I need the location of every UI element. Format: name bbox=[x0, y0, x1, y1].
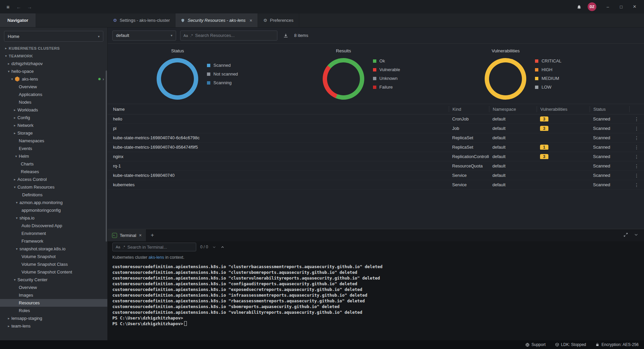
sidebar-item-images[interactable]: Images bbox=[0, 291, 107, 299]
navigator-panel-tab[interactable]: Navigator bbox=[0, 13, 36, 27]
sidebar-item-volume-snapshot[interactable]: Volume Snapshot bbox=[0, 253, 107, 260]
table-row-kube-state-metrics-1698040740-856474f9f5[interactable]: kube-state-metrics-1698040740-856474f9f5… bbox=[108, 143, 644, 152]
regex-icon[interactable]: .* bbox=[190, 34, 193, 38]
sidebar-item-applications[interactable]: Applications bbox=[0, 91, 107, 98]
row-menu-icon[interactable]: ⋮ bbox=[633, 154, 641, 159]
sidebar-item-volume-snapshot-class[interactable]: Volume Snapshot Class bbox=[0, 260, 107, 268]
nav-forward-button[interactable]: → bbox=[24, 1, 35, 12]
sidebar-item-releases[interactable]: Releases bbox=[0, 168, 107, 176]
row-menu-icon[interactable]: ⋮ bbox=[633, 135, 641, 141]
sidebar-item-hello-space[interactable]: ▾hello-space bbox=[0, 67, 107, 75]
sidebar-item-lensapp-staging[interactable]: ▸lensapp-staging bbox=[0, 314, 107, 322]
terminal-collapse-icon[interactable] bbox=[634, 232, 639, 238]
match-case-icon[interactable]: Aa bbox=[183, 34, 188, 38]
sidebar-item-overview[interactable]: Overview bbox=[0, 83, 107, 91]
statusbar-item-encryption-aes-256[interactable]: Encryption: AES-256 bbox=[595, 342, 639, 347]
row-menu-icon[interactable]: ⋮ bbox=[633, 182, 641, 188]
sidebar-scrollbar[interactable] bbox=[106, 70, 107, 242]
statusbar-item-support[interactable]: Support bbox=[525, 342, 546, 347]
legend-swatch bbox=[207, 64, 210, 67]
sidebar-item-volume-snapshot-content[interactable]: Volume Snapshot Content bbox=[0, 268, 107, 276]
sidebar-item-label: aks-lens bbox=[22, 77, 38, 82]
sidebar-item-definitions[interactable]: Definitions bbox=[0, 191, 107, 199]
sidebar-item-appmonitoringconfig[interactable]: appmonitoringconfig bbox=[0, 206, 107, 214]
resources-search-input[interactable] bbox=[195, 33, 274, 38]
window-close-button[interactable]: × bbox=[628, 1, 641, 12]
sidebar-item-auto-discovered-app[interactable]: Auto Discovered App bbox=[0, 222, 107, 230]
match-case-icon[interactable]: Aa bbox=[116, 245, 120, 249]
tab-security-resources-aks-lens[interactable]: Security Resources - aks-lens× bbox=[175, 13, 258, 27]
table-row-hello[interactable]: helloCronJobdefault3Scanned⋮ bbox=[108, 114, 644, 124]
tab-preferences[interactable]: ⚙Preferences bbox=[258, 13, 299, 27]
sidebar-item-roles[interactable]: Roles bbox=[0, 307, 107, 314]
sidebar-item-security-center[interactable]: ▾Security Center bbox=[0, 276, 107, 284]
terminal-output[interactable]: customresourcedefinition.apiextensions.k… bbox=[108, 261, 644, 340]
terminal-maximize-icon[interactable] bbox=[623, 232, 628, 238]
table-row-pi[interactable]: piJobdefault3Scanned⋮ bbox=[108, 124, 644, 133]
table-row-kube-state-metrics-1698040740[interactable]: kube-state-metrics-1698040740Servicedefa… bbox=[108, 171, 644, 180]
window-minimize-button[interactable]: – bbox=[601, 1, 614, 12]
row-menu-icon[interactable]: ⋮ bbox=[633, 145, 641, 150]
chart-status: StatusScannedNot scannedScanning bbox=[157, 48, 238, 100]
sidebar-item-charts[interactable]: Charts bbox=[0, 160, 107, 168]
table-row-rq-1[interactable]: rq-1ResourceQuotadefaultScanned⋮ bbox=[108, 161, 644, 171]
namespace-select[interactable]: default ▾ bbox=[112, 31, 176, 41]
terminal-tab[interactable]: >_ Terminal × bbox=[108, 229, 146, 241]
sidebar-item-team-lens[interactable]: ▸team-lens bbox=[0, 322, 107, 330]
terminal-tab-close-icon[interactable]: × bbox=[139, 233, 142, 238]
chevron-right-icon[interactable]: › bbox=[103, 77, 104, 82]
sidebar-item-helm[interactable]: ▾Helm bbox=[0, 152, 107, 160]
row-menu-icon[interactable]: ⋮ bbox=[633, 173, 641, 178]
column-header-namespace[interactable]: Namespace bbox=[489, 106, 537, 112]
app-menu-button[interactable]: ≡ bbox=[3, 1, 13, 12]
sidebar-item-events[interactable]: Events bbox=[0, 145, 107, 152]
statusbar-item-ldk-stopped[interactable]: LDK: Stopped bbox=[555, 342, 586, 347]
sidebar-item-workloads[interactable]: ▸Workloads bbox=[0, 106, 107, 114]
column-header-vulnerabilities[interactable]: Vulnerabilities bbox=[537, 106, 590, 112]
sidebar-item-network[interactable]: ▸Network bbox=[0, 121, 107, 129]
row-menu-icon[interactable]: ⋮ bbox=[633, 116, 641, 122]
sidebar-item-shipa-io[interactable]: ▾shipa.io bbox=[0, 214, 107, 222]
sidebar-item-access-control[interactable]: ▸Access Control bbox=[0, 176, 107, 183]
new-terminal-button[interactable]: + bbox=[146, 232, 159, 239]
search-prev-icon[interactable] bbox=[212, 245, 216, 249]
tab-close-icon[interactable]: × bbox=[250, 18, 252, 23]
column-header-name[interactable]: Name bbox=[108, 106, 449, 112]
table-row-nginx[interactable]: nginxReplicationControllerdefault3Scanne… bbox=[108, 152, 644, 161]
sidebar-item-storage[interactable]: ▸Storage bbox=[0, 129, 107, 137]
sidebar-item-snapshot-storage-k8s-io[interactable]: ▾snapshot.storage.k8s.io bbox=[0, 245, 107, 253]
sidebar-item-framework[interactable]: Framework bbox=[0, 237, 107, 245]
sidebar-item-namespaces[interactable]: Namespaces bbox=[0, 137, 107, 145]
download-report-icon[interactable] bbox=[281, 31, 290, 40]
sidebar-item-dzhigzhitzhapov[interactable]: ▸dzhigzhitzhapov bbox=[0, 60, 107, 67]
sidebar-item-config[interactable]: ▸Config bbox=[0, 114, 107, 121]
sidebar-item-custom-resources[interactable]: ▾Custom Resources bbox=[0, 183, 107, 191]
legend-item-vulnerable: Vulnerable bbox=[373, 67, 400, 72]
window-maximize-button[interactable]: □ bbox=[614, 1, 628, 12]
sidebar-item-resources[interactable]: Resources bbox=[0, 299, 107, 307]
cluster-link[interactable]: aks-lens bbox=[149, 255, 164, 260]
terminal-search-input[interactable] bbox=[127, 245, 193, 250]
search-next-icon[interactable] bbox=[220, 245, 225, 249]
row-menu-icon[interactable]: ⋮ bbox=[633, 163, 641, 169]
notifications-bell-icon[interactable] bbox=[574, 1, 584, 12]
sidebar-item-azmon-app-monitoring[interactable]: ▾azmon.app.monitoring bbox=[0, 199, 107, 206]
tab-label: Security Resources - aks-lens bbox=[187, 18, 246, 23]
sidebar-item-kubernetes-clusters[interactable]: ▸KUBERNETES CLUSTERS bbox=[0, 44, 107, 52]
sidebar-item-nodes[interactable]: Nodes bbox=[0, 98, 107, 106]
tab-settings-aks-lens-cluster[interactable]: ⚙Settings - aks-lens-cluster bbox=[108, 13, 175, 27]
nav-back-button[interactable]: ← bbox=[13, 1, 24, 12]
user-avatar[interactable]: DZ bbox=[588, 2, 596, 11]
catalog-select[interactable]: Home ▾ bbox=[4, 31, 103, 42]
sidebar-item-teamwork[interactable]: ▾TEAMWORK bbox=[0, 52, 107, 60]
table-row-kubernetes[interactable]: kubernetesServicedefaultScanned⋮ bbox=[108, 180, 644, 190]
sidebar-item-aks-lens[interactable]: ▾aks-lens› bbox=[0, 75, 107, 83]
row-menu-icon[interactable]: ⋮ bbox=[633, 126, 641, 131]
table-row-kube-state-metrics-1698040740-6c64c6798c[interactable]: kube-state-metrics-1698040740-6c64c6798c… bbox=[108, 133, 644, 143]
regex-icon[interactable]: .* bbox=[122, 245, 125, 249]
sidebar-item-environment[interactable]: Environment bbox=[0, 230, 107, 237]
chevron-down-icon: ▾ bbox=[12, 185, 17, 189]
column-header-kind[interactable]: Kind bbox=[449, 106, 489, 112]
column-header-status[interactable]: Status bbox=[590, 106, 629, 112]
sidebar-item-overview[interactable]: Overview bbox=[0, 284, 107, 291]
